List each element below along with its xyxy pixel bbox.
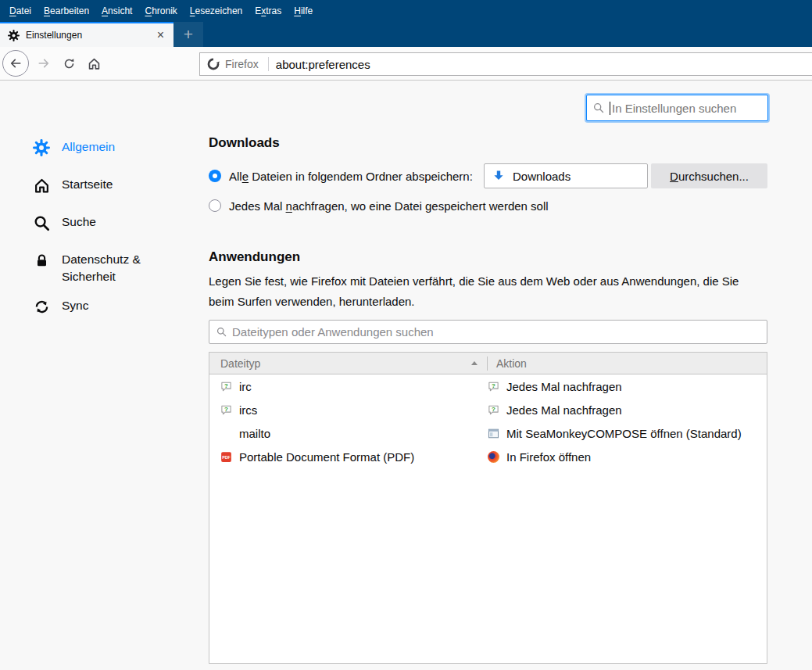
- tab-close-icon[interactable]: ×: [152, 27, 169, 43]
- action-cell: Mit SeaMonkeyCOMPOSE öffnen (Standard): [488, 427, 742, 440]
- home-button[interactable]: [81, 51, 106, 76]
- main-pane: Downloads Alle Dateien in folgendem Ordn…: [209, 81, 767, 664]
- tab-title: Einstellungen: [26, 30, 152, 41]
- question-bubble-icon: ?: [220, 381, 232, 392]
- sidebar-label: Sync: [62, 297, 88, 314]
- filetype-cell: PDF Portable Document Format (PDF): [209, 450, 488, 464]
- menu-extras[interactable]: Extras: [249, 0, 288, 22]
- back-arrow-icon: [9, 57, 22, 70]
- browse-button[interactable]: Durchsuchen...: [651, 163, 767, 188]
- forward-button[interactable]: [31, 51, 56, 76]
- sidebar-item-sync[interactable]: Sync: [33, 297, 177, 323]
- menu-ansicht[interactable]: Ansicht: [95, 0, 138, 22]
- table-row[interactable]: mailto Mit SeaMonkeyCOMPOSE öffnen (Stan…: [209, 421, 767, 445]
- firefox-logo-icon: [207, 58, 220, 70]
- firefox-icon: [488, 451, 499, 463]
- url-bar[interactable]: Firefox about:preferences: [199, 52, 812, 76]
- table-header: Dateityp Aktion: [209, 353, 767, 374]
- sidebar-label: Startseite: [62, 176, 113, 193]
- tab-einstellungen[interactable]: Einstellungen ×: [0, 22, 173, 47]
- sidebar-item-datenschutz[interactable]: Datenschutz & Sicherheit: [33, 251, 177, 285]
- downloads-heading: Downloads: [209, 135, 767, 151]
- radio-always-ask[interactable]: [209, 199, 221, 212]
- table-row[interactable]: ? ircs ? Jedes Mal nachfragen: [209, 398, 767, 421]
- sidebar-label: Suche: [62, 213, 96, 231]
- menu-chronik[interactable]: Chronik: [138, 0, 183, 22]
- gear-icon: [33, 139, 50, 156]
- pdf-icon: PDF: [220, 451, 232, 463]
- question-bubble-icon: ?: [220, 404, 232, 416]
- tab-bar: Einstellungen × +: [0, 22, 812, 47]
- sidebar-label: Datenschutz & Sicherheit: [62, 251, 162, 285]
- sidebar-item-allgemein[interactable]: Allgemein: [33, 138, 177, 164]
- icon-spacer: [220, 428, 232, 439]
- preferences-page: In Einstellungen suchen Allgemein: [0, 81, 812, 670]
- plus-icon: +: [184, 25, 193, 44]
- menu-bearbeiten[interactable]: Bearbeiten: [38, 0, 95, 22]
- search-icon: [33, 214, 50, 231]
- column-header-dateityp[interactable]: Dateityp: [209, 353, 487, 374]
- reload-icon: [63, 58, 75, 70]
- radio-ask-label[interactable]: Jedes Mal nachfragen, wo eine Datei gesp…: [229, 199, 549, 213]
- action-cell: ? Jedes Mal nachfragen: [488, 380, 622, 393]
- url-text: about:preferences: [269, 58, 370, 71]
- svg-text:PDF: PDF: [222, 455, 231, 460]
- category-sidebar: Allgemein Startseite Suche Datenschutz &…: [33, 138, 177, 335]
- search-icon: [216, 327, 227, 337]
- download-arrow-icon: [492, 170, 505, 182]
- radio-save-to-folder[interactable]: [209, 170, 221, 182]
- action-cell: In Firefox öffnen: [488, 450, 591, 464]
- menu-datei[interactable]: Datei: [3, 0, 38, 22]
- filetype-cell: ? ircs: [209, 403, 488, 417]
- applications-heading: Anwendungen: [209, 249, 767, 265]
- table-row[interactable]: PDF Portable Document Format (PDF) In Fi…: [209, 445, 767, 468]
- sidebar-item-suche[interactable]: Suche: [33, 213, 177, 239]
- svg-text:?: ?: [224, 406, 228, 413]
- svg-text:?: ?: [224, 382, 228, 389]
- forward-arrow-icon: [38, 57, 50, 70]
- identity-label: Firefox: [225, 58, 259, 70]
- back-button[interactable]: [2, 50, 29, 77]
- radio-save-label[interactable]: Alle Dateien in folgendem Ordner abspeic…: [229, 170, 473, 183]
- application-search-placeholder: Dateitypen oder Anwendungen suchen: [232, 325, 434, 339]
- action-cell: ? Jedes Mal nachfragen: [488, 403, 622, 417]
- home-icon: [88, 57, 101, 70]
- table-row[interactable]: ? irc ? Jedes Mal nachfragen: [209, 374, 767, 398]
- file-handlers-table: Dateityp Aktion ? irc ? Jedes Mal: [209, 352, 767, 664]
- site-identity[interactable]: Firefox: [200, 58, 262, 70]
- download-ask-row: Jedes Mal nachfragen, wo eine Datei gesp…: [209, 193, 767, 218]
- navigation-toolbar: Firefox about:preferences: [0, 47, 812, 81]
- menu-lesezeichen[interactable]: Lesezeichen: [184, 0, 249, 22]
- download-folder-row: Alle Dateien in folgendem Ordner abspeic…: [209, 163, 767, 188]
- sidebar-label: Allgemein: [62, 138, 115, 156]
- filetype-cell: mailto: [209, 427, 488, 440]
- lock-icon: [33, 252, 50, 269]
- question-bubble-icon: ?: [488, 381, 499, 392]
- download-folder-display[interactable]: Downloads: [484, 163, 648, 188]
- svg-text:?: ?: [492, 382, 495, 389]
- question-bubble-icon: ?: [488, 404, 499, 416]
- filetype-cell: ? irc: [209, 380, 488, 393]
- sidebar-item-startseite[interactable]: Startseite: [33, 176, 177, 202]
- reload-button[interactable]: [56, 51, 81, 76]
- applications-description: Legen Sie fest, wie Firefox mit Dateien …: [209, 271, 767, 312]
- sort-ascending-icon: [471, 361, 478, 365]
- download-folder-value: Downloads: [513, 170, 571, 183]
- gear-icon: [8, 30, 20, 41]
- sync-icon: [33, 298, 50, 315]
- compose-window-icon: [488, 428, 499, 439]
- home-icon: [33, 177, 50, 194]
- menu-hilfe[interactable]: Hilfe: [288, 0, 319, 22]
- title-bar: Datei Bearbeiten Ansicht Chronik Lesezei…: [0, 0, 812, 22]
- column-header-aktion[interactable]: Aktion: [488, 357, 527, 370]
- application-search-input[interactable]: Dateitypen oder Anwendungen suchen: [209, 320, 767, 344]
- new-tab-button[interactable]: +: [173, 22, 203, 47]
- svg-text:?: ?: [492, 406, 495, 413]
